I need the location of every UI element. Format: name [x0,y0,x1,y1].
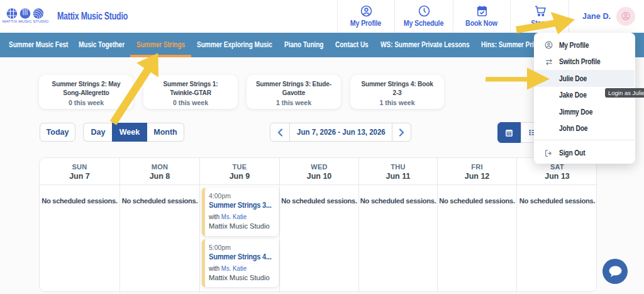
svg-text:MATTIX MUSIC STUDIO: MATTIX MUSIC STUDIO [3,20,49,24]
